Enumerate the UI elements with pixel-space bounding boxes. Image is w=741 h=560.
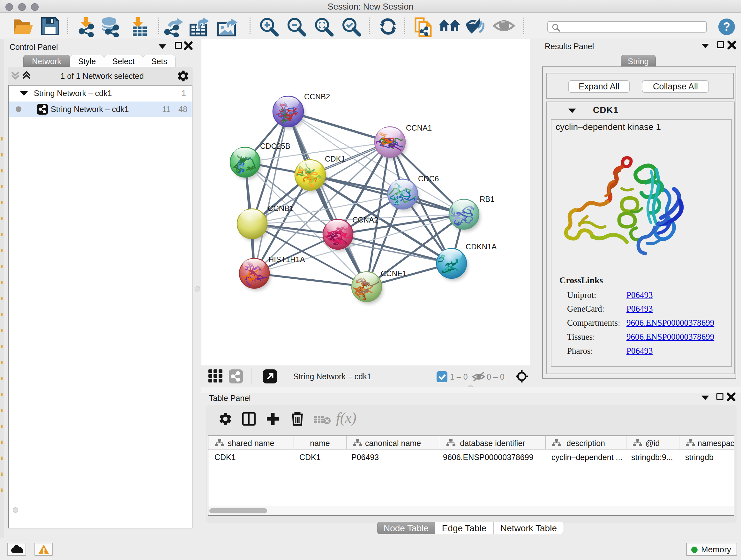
svg-text:CDC6: CDC6 [418,174,439,183]
svg-text:CCNE1: CCNE1 [381,269,407,278]
svg-text:RB1: RB1 [480,195,495,203]
svg-text:HIST1H1A: HIST1H1A [268,255,305,264]
svg-text:CDKN1A: CDKN1A [466,242,496,251]
svg-text:CDK1: CDK1 [325,154,345,163]
svg-text:CDC25B: CDC25B [260,142,290,150]
svg-text:CCNB2: CCNB2 [304,92,330,101]
svg-text:CCNB1: CCNB1 [268,204,293,212]
svg-text:CCNA2: CCNA2 [352,215,378,224]
svg-text:CCNA1: CCNA1 [406,124,432,132]
svg-text:?: ? [723,20,730,33]
